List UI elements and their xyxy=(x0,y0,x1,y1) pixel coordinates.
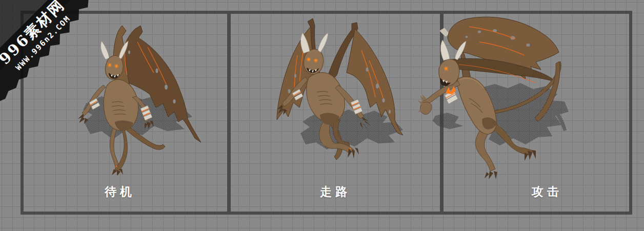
demon-idle-render xyxy=(66,22,204,175)
model-preview-stage: 待机 走路 攻击 996素材网 WWW.996n2.COM xyxy=(0,0,644,231)
pose-label-idle: 待机 xyxy=(105,184,135,200)
demon-attack-render xyxy=(418,11,572,180)
pose-label-walk: 走路 xyxy=(320,184,351,200)
demon-walk-render xyxy=(267,14,410,173)
panel-divider-1 xyxy=(227,11,231,215)
pose-label-attack: 攻击 xyxy=(532,184,562,200)
